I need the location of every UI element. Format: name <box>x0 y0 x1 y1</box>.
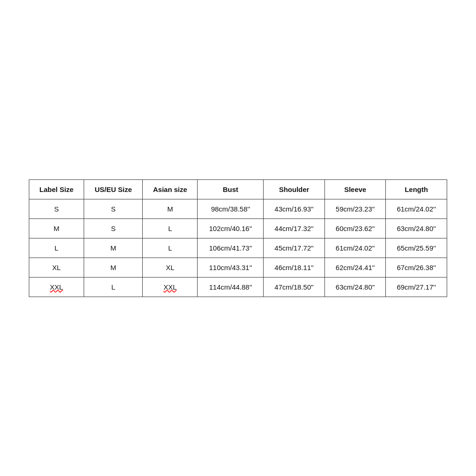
cell-label_size-row4: XXL <box>29 277 84 297</box>
cell-sleeve-row1: 60cm/23.62'' <box>324 218 386 238</box>
table-row: SSM98cm/38.58''43cm/16.93''59cm/23.23''6… <box>29 199 447 218</box>
table-row: LML106cm/41.73''45cm/17.72''61cm/24.02''… <box>29 238 447 258</box>
cell-length-row3: 67cm/26.38'' <box>386 258 447 277</box>
table-row: XLMXL110cm/43.31''46cm/18.11''62cm/24.41… <box>29 258 447 277</box>
cell-label_size-row1: M <box>29 218 84 238</box>
cell-bust-row3: 110cm/43.31'' <box>198 258 264 277</box>
col-header-sleeve: Sleeve <box>324 179 386 199</box>
cell-label_size-row0: S <box>29 199 84 218</box>
cell-us_eu_size-row4: L <box>84 277 143 297</box>
cell-asian_size-row0: M <box>143 199 198 218</box>
cell-shoulder-row0: 43cm/16.93'' <box>264 199 325 218</box>
table-row: MSL102cm/40.16''44cm/17.32''60cm/23.62''… <box>29 218 447 238</box>
size-chart-table: Label Size US/EU Size Asian size Bust Sh… <box>29 179 447 297</box>
table-header-row: Label Size US/EU Size Asian size Bust Sh… <box>29 179 447 199</box>
cell-length-row4: 69cm/27.17'' <box>386 277 447 297</box>
cell-asian_size-row3: XL <box>143 258 198 277</box>
col-header-bust: Bust <box>198 179 264 199</box>
cell-shoulder-row1: 44cm/17.32'' <box>264 218 325 238</box>
cell-asian_size-row1: L <box>143 218 198 238</box>
cell-bust-row0: 98cm/38.58'' <box>198 199 264 218</box>
cell-bust-row2: 106cm/41.73'' <box>198 238 264 258</box>
size-chart-container: Label Size US/EU Size Asian size Bust Sh… <box>29 179 447 297</box>
cell-sleeve-row3: 62cm/24.41'' <box>324 258 386 277</box>
cell-label_size-row2: L <box>29 238 84 258</box>
cell-asian_size-row4: XXL <box>143 277 198 297</box>
cell-sleeve-row4: 63cm/24.80'' <box>324 277 386 297</box>
col-header-shoulder: Shoulder <box>264 179 325 199</box>
cell-us_eu_size-row1: S <box>84 218 143 238</box>
table-row: XXLLXXL114cm/44.88''47cm/18.50''63cm/24.… <box>29 277 447 297</box>
cell-length-row2: 65cm/25.59'' <box>386 238 447 258</box>
col-header-label-size: Label Size <box>29 179 84 199</box>
cell-shoulder-row3: 46cm/18.11'' <box>264 258 325 277</box>
cell-shoulder-row4: 47cm/18.50'' <box>264 277 325 297</box>
cell-us_eu_size-row3: M <box>84 258 143 277</box>
cell-us_eu_size-row2: M <box>84 238 143 258</box>
col-header-us-eu-size: US/EU Size <box>84 179 143 199</box>
cell-bust-row1: 102cm/40.16'' <box>198 218 264 238</box>
cell-length-row0: 61cm/24.02'' <box>386 199 447 218</box>
col-header-asian-size: Asian size <box>143 179 198 199</box>
cell-bust-row4: 114cm/44.88'' <box>198 277 264 297</box>
cell-asian_size-row2: L <box>143 238 198 258</box>
cell-sleeve-row2: 61cm/24.02'' <box>324 238 386 258</box>
cell-length-row1: 63cm/24.80'' <box>386 218 447 238</box>
cell-shoulder-row2: 45cm/17.72'' <box>264 238 325 258</box>
cell-us_eu_size-row0: S <box>84 199 143 218</box>
cell-sleeve-row0: 59cm/23.23'' <box>324 199 386 218</box>
col-header-length: Length <box>386 179 447 199</box>
cell-label_size-row3: XL <box>29 258 84 277</box>
